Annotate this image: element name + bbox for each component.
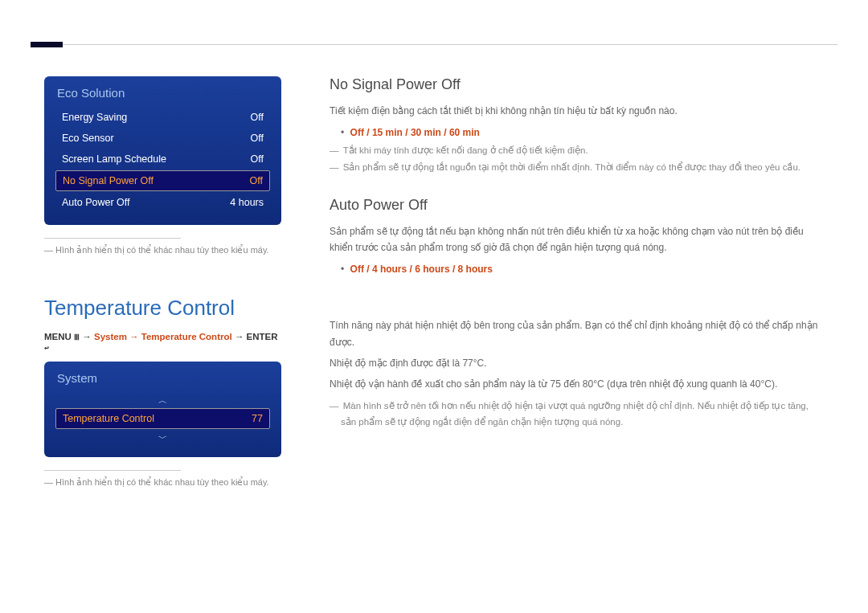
right-column: No Signal Power Off Tiết kiệm điện bằng …: [330, 76, 824, 488]
section-title: Auto Power Off: [330, 197, 824, 214]
menu-row-auto-power-off[interactable]: Auto Power Off 4 hours: [55, 193, 270, 212]
menu-value: Off: [251, 112, 264, 123]
temperature-control-heading: Temperature Control: [44, 296, 281, 321]
image-vary-note-2: Hình ảnh hiển thị có thể khác nhau tùy t…: [44, 477, 281, 488]
temperature-text-section: Tính năng này phát hiện nhiệt độ bên tro…: [330, 317, 824, 431]
options-line: Off / 15 min / 30 min / 60 min: [341, 124, 824, 142]
arrow: →: [235, 332, 247, 341]
section-desc: Tiết kiệm điện bằng cách tắt thiết bị kh…: [330, 103, 824, 119]
divider: [44, 470, 181, 471]
menu-row-eco-sensor[interactable]: Eco Sensor Off: [55, 129, 270, 148]
menu-label: Auto Power Off: [62, 197, 130, 208]
temp-p3: Nhiệt độ vận hành đề xuất cho sản phẩm n…: [330, 376, 824, 392]
eco-solution-menu: Eco Solution Energy Saving Off Eco Senso…: [44, 76, 281, 225]
menu-row-energy-saving[interactable]: Energy Saving Off: [55, 108, 270, 127]
header-accent: [31, 42, 63, 47]
chevron-down-icon[interactable]: ﹀: [55, 431, 270, 446]
chevron-up-icon[interactable]: ︿: [55, 393, 270, 408]
auto-power-off-section: Auto Power Off Sản phẩm sẽ tự động tắt n…: [330, 197, 824, 280]
options-text: Off / 15 min / 30 min / 60 min: [350, 127, 480, 138]
left-column: Eco Solution Energy Saving Off Eco Senso…: [44, 76, 281, 488]
page-content: Eco Solution Energy Saving Off Eco Senso…: [44, 76, 824, 488]
menu-title: System: [55, 371, 270, 385]
breadcrumb-path: System → Temperature Control: [94, 332, 232, 341]
options-line: Off / 4 hours / 6 hours / 8 hours: [341, 260, 824, 279]
menu-value: 4 hours: [230, 197, 264, 208]
breadcrumb: MENU Ⅲ → System → Temperature Control → …: [44, 332, 281, 352]
menu-row-no-signal-power-off[interactable]: No Signal Power Off Off: [55, 170, 270, 191]
menu-title: Eco Solution: [55, 86, 270, 100]
header-rule: [31, 44, 837, 45]
menu-icon: Ⅲ: [74, 333, 80, 341]
menu-value: 77: [252, 413, 263, 424]
menu-label: No Signal Power Off: [63, 175, 154, 186]
temp-p2: Nhiệt độ mặc định được đặt là 77°C.: [330, 355, 824, 371]
temp-p4: Màn hình sẽ trở nên tối hơn nếu nhiệt độ…: [330, 398, 824, 431]
menu-label: Energy Saving: [62, 112, 127, 123]
section-desc: Sản phẩm sẽ tự động tắt nếu bạn không nh…: [330, 223, 824, 256]
menu-value: Off: [250, 175, 263, 186]
system-menu: System ︿ Temperature Control 77 ﹀: [44, 362, 281, 457]
image-vary-note: Hình ảnh hiển thị có thể khác nhau tùy t…: [44, 245, 281, 255]
sub-note-2: Sản phẩm sẽ tự động tắt nguồn tại một th…: [330, 159, 824, 176]
options-text: Off / 4 hours / 6 hours / 8 hours: [350, 264, 493, 275]
sub-note-1: Tắt khi máy tính được kết nối đang ở chế…: [330, 142, 824, 159]
menu-label: Eco Sensor: [62, 133, 114, 144]
menu-value: Off: [251, 133, 264, 144]
temp-p1: Tính năng này phát hiện nhiệt độ bên tro…: [330, 317, 824, 350]
menu-value: Off: [251, 153, 264, 165]
menu-row-screen-lamp[interactable]: Screen Lamp Schedule Off: [55, 149, 270, 169]
breadcrumb-menu: MENU: [44, 332, 72, 341]
menu-row-temperature-control[interactable]: Temperature Control 77: [55, 408, 270, 429]
divider: [44, 238, 181, 239]
no-signal-section: No Signal Power Off Tiết kiệm điện bằng …: [330, 76, 824, 176]
arrow: →: [82, 332, 94, 341]
menu-label: Screen Lamp Schedule: [62, 153, 166, 165]
breadcrumb-enter: ENTER: [247, 332, 278, 341]
menu-label: Temperature Control: [63, 413, 154, 424]
enter-icon: ↩: [44, 343, 49, 352]
section-title: No Signal Power Off: [330, 76, 824, 93]
